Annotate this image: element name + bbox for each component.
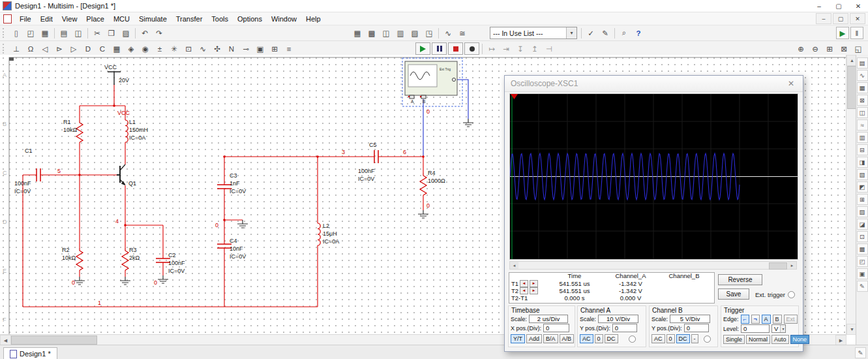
reverse-button[interactable]: Reverse: [718, 274, 762, 285]
trigger-falling-edge-button[interactable]: ¬: [751, 315, 760, 324]
channel-a-scale-field[interactable]: 10 V/Div: [598, 315, 638, 323]
mdi-restore-button[interactable]: ▢: [833, 13, 848, 24]
channel-b-radio[interactable]: [704, 336, 711, 343]
menu-edit[interactable]: Edit: [36, 14, 57, 24]
channel-a-dc-button[interactable]: DC: [605, 334, 618, 343]
toolbar-grip[interactable]: [3, 28, 7, 38]
zoom-fit-icon[interactable]: ⊠: [837, 42, 850, 55]
circuit-wires[interactable]: [23, 85, 423, 307]
capacitor-c3[interactable]: C3 1nF IC=0V: [217, 172, 246, 195]
scope-scroll-right-icon[interactable]: ▸: [788, 262, 796, 269]
ext-trigger-radio[interactable]: [788, 291, 795, 298]
canvas-vertical-scrollbar[interactable]: ▲ ▼: [846, 55, 856, 335]
toolbar-grip[interactable]: [3, 44, 7, 54]
capacitor-c4[interactable]: C4 10nF IC=0V: [217, 238, 246, 260]
menu-tools[interactable]: Tools: [207, 14, 233, 24]
trigger-auto-button[interactable]: Auto: [771, 335, 789, 344]
spectrum-analyzer-icon[interactable]: ▨: [857, 206, 868, 217]
close-button[interactable]: ✕: [848, 0, 868, 12]
resistor-r1[interactable]: R1 10kΩ: [63, 119, 83, 142]
toggle-border-icon[interactable]: ▩: [365, 27, 378, 39]
step-into-icon[interactable]: ⇥: [500, 42, 513, 55]
toggle-page-bounds-icon[interactable]: ◫: [380, 27, 393, 39]
misc-icon[interactable]: ✳: [168, 42, 181, 55]
word-generator-icon[interactable]: ⊟: [857, 144, 868, 155]
function-generator-icon[interactable]: ∿: [857, 70, 868, 81]
trigger-single-button[interactable]: Single: [723, 335, 745, 344]
record-button[interactable]: [464, 42, 479, 55]
distortion-analyzer-icon[interactable]: ⊞: [857, 194, 868, 205]
menu-window[interactable]: Window: [267, 14, 301, 24]
status-corner-icon[interactable]: ✎: [855, 347, 866, 358]
menu-transfer[interactable]: Transfer: [172, 14, 207, 24]
trigger-a-button[interactable]: A: [762, 315, 771, 324]
t1-right-button[interactable]: ►: [530, 280, 538, 287]
yt-button[interactable]: Y/T: [511, 334, 525, 343]
quick-pause-icon[interactable]: ‖: [850, 27, 863, 39]
grapher-icon[interactable]: ∿: [441, 27, 455, 39]
fullscreen-icon[interactable]: ◳: [423, 27, 436, 39]
channel-a-zero-button[interactable]: 0: [595, 334, 603, 343]
save-button[interactable]: Save: [718, 289, 749, 300]
scope-scrollbar[interactable]: ◂ ▸: [509, 261, 797, 270]
channel-b-dc-button[interactable]: DC: [676, 334, 690, 343]
in-use-list-dropdown[interactable]: --- In Use List --- ▾: [490, 27, 577, 39]
channel-b-ypos-field[interactable]: 0: [684, 324, 709, 332]
mdi-close-button[interactable]: ✕: [850, 13, 865, 24]
inductor-l2[interactable]: L2 15μH IC=0A: [318, 223, 339, 245]
oscilloscope-icon[interactable]: ⊠: [857, 95, 868, 106]
step-over-icon[interactable]: ↧: [514, 42, 527, 55]
minimize-button[interactable]: –: [809, 0, 829, 12]
four-channel-scope-icon[interactable]: ◫: [857, 107, 868, 118]
add-button[interactable]: Add: [526, 334, 542, 343]
channel-a-ypos-field[interactable]: 0: [612, 324, 637, 332]
open-icon[interactable]: ◰: [24, 27, 37, 39]
stop-button[interactable]: [448, 42, 463, 55]
network-analyzer-icon[interactable]: ◪: [857, 219, 868, 230]
resistor-r3[interactable]: R3 2kΩ: [122, 247, 140, 270]
quick-run-icon[interactable]: ▶: [836, 27, 849, 39]
misc-digital-icon[interactable]: ▦: [110, 42, 123, 55]
resistor-r4[interactable]: R4 1000Ω: [420, 170, 445, 195]
redo-icon[interactable]: ↷: [153, 27, 166, 39]
document-icon[interactable]: [3, 14, 12, 23]
paste-icon[interactable]: ▨: [119, 27, 132, 39]
trigger-ext-button[interactable]: Ext: [784, 315, 798, 324]
trigger-unit-dropdown[interactable]: V ▾: [771, 324, 786, 333]
logic-analyzer-icon[interactable]: ◨: [857, 157, 868, 168]
ruler-bars-icon[interactable]: ▥: [394, 27, 407, 39]
indicator-icon[interactable]: ◉: [139, 42, 152, 55]
capacitor-c2[interactable]: C2 100nF IC=0V: [156, 252, 185, 274]
channel-b-minus-button[interactable]: -: [691, 334, 698, 343]
horizontal-scroll-thumb[interactable]: [11, 336, 97, 345]
scope-scroll-left-icon[interactable]: ◂: [510, 262, 518, 269]
analog-icon[interactable]: ▷: [67, 42, 80, 55]
frequency-counter-icon[interactable]: ▥: [857, 132, 868, 143]
zoom-area-icon[interactable]: ⊞: [823, 42, 836, 55]
find-component-icon[interactable]: ⌕: [618, 27, 631, 39]
channel-b-ac-button[interactable]: AC: [651, 334, 665, 343]
trigger-rising-edge-button[interactable]: ⌐: [741, 315, 749, 324]
rf-icon[interactable]: ∿: [196, 42, 209, 55]
vertical-scroll-thumb[interactable]: [847, 66, 856, 109]
new-icon[interactable]: ▯: [10, 27, 23, 39]
zoom-out-icon[interactable]: ⊖: [809, 42, 822, 55]
save-icon[interactable]: ▦: [38, 27, 52, 39]
menu-file[interactable]: File: [15, 14, 36, 24]
wizard-icon[interactable]: ✎: [599, 27, 612, 39]
oscilloscope-window[interactable]: Oscilloscope-XSC1 ✕ ◂ ▸ Time Channel_A: [504, 75, 803, 352]
transistor-icon[interactable]: ⊳: [53, 42, 66, 55]
pause-next-icon[interactable]: ↦: [485, 42, 498, 55]
channel-b-scale-field[interactable]: 5 V/Div: [670, 315, 710, 323]
timebase-scale-field[interactable]: 2 us/Div: [529, 315, 568, 323]
ba-button[interactable]: B/A: [543, 334, 558, 343]
channel-b-zero-button[interactable]: 0: [666, 334, 675, 343]
generator-2-icon[interactable]: ⊡: [857, 231, 868, 242]
help-icon[interactable]: ?: [632, 27, 645, 39]
capacitor-c5[interactable]: C5 100nF IC=0V: [358, 142, 378, 182]
measurement-probe-icon[interactable]: ✎: [857, 281, 868, 292]
toggle-grid-icon[interactable]: ▦: [351, 27, 364, 39]
multimeter-2-icon[interactable]: ▩: [857, 243, 868, 255]
mcu-icon[interactable]: ▣: [254, 42, 267, 55]
pause-button[interactable]: [432, 42, 447, 55]
